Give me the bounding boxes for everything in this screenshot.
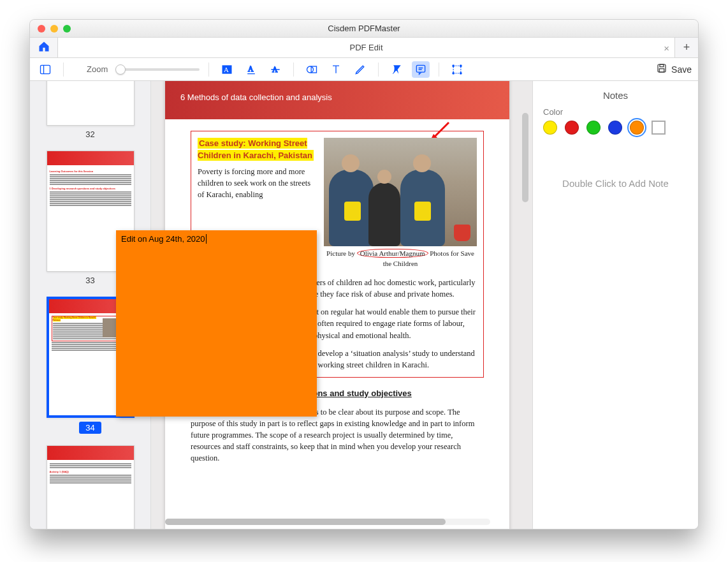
notes-panel-title: Notes xyxy=(533,81,698,107)
svg-rect-12 xyxy=(417,65,425,72)
zoom-slider[interactable] xyxy=(117,68,200,71)
main-area: 32 Learning Outcomes for this Session 1 … xyxy=(30,81,698,529)
shape-tools xyxy=(303,61,369,78)
crop-tool-button[interactable] xyxy=(448,61,466,78)
svg-rect-19 xyxy=(453,66,461,73)
annotation-tools xyxy=(388,61,430,78)
tab-bar: PDF Edit × + xyxy=(30,38,698,58)
sticky-note-tool-button[interactable] xyxy=(412,61,430,78)
toolbar: Zoom A A A xyxy=(30,58,698,81)
zoom-window-button[interactable] xyxy=(63,25,71,33)
app-window: Cisdem PDFMaster PDF Edit × + Zoom A xyxy=(29,19,699,529)
svg-rect-22 xyxy=(659,69,664,72)
text-style-tools: A A A xyxy=(218,61,284,78)
new-tab-button[interactable]: + xyxy=(675,38,698,57)
signature-tool-button[interactable] xyxy=(388,61,405,78)
home-tab[interactable] xyxy=(30,38,58,57)
viewer-horizontal-scrollbar[interactable] xyxy=(165,519,490,525)
thumbnail-page-35[interactable]: Activity 1 (SAQ) 35 xyxy=(30,445,150,529)
page-header: 6 Methods of data collection and analysi… xyxy=(165,81,509,119)
tab-pdf-edit[interactable]: PDF Edit × xyxy=(58,38,675,57)
home-icon xyxy=(38,40,50,55)
pencil-tool-button[interactable] xyxy=(351,61,369,78)
zoom-slider-thumb[interactable] xyxy=(115,64,126,75)
save-button[interactable]: Save xyxy=(656,63,692,76)
titlebar: Cisdem PDFMaster xyxy=(30,20,698,38)
color-swatch-green[interactable] xyxy=(586,121,601,135)
svg-rect-21 xyxy=(660,64,664,67)
sticky-note-popup[interactable]: Edit on Aug 24th, 2020 xyxy=(116,230,317,417)
close-window-button[interactable] xyxy=(38,25,45,33)
svg-line-23 xyxy=(432,122,449,139)
notes-color-label: Color xyxy=(533,107,698,121)
annotation-circle: Olivia Arthur/Magnum xyxy=(357,249,428,258)
color-swatch-yellow[interactable] xyxy=(543,121,557,135)
svg-text:A: A xyxy=(224,66,229,73)
underline-text-button[interactable]: A xyxy=(242,61,260,78)
shape-tool-button[interactable] xyxy=(303,61,321,78)
highlight-text-button[interactable]: A xyxy=(218,61,236,78)
notes-color-picker xyxy=(533,121,698,146)
case-study-title: Case study: Working StreetChildren in Ka… xyxy=(198,138,314,161)
sticky-note-text[interactable]: Edit on Aug 24th, 2020 xyxy=(121,234,207,244)
tab-close-button[interactable]: × xyxy=(664,42,669,53)
color-swatch-blue[interactable] xyxy=(608,121,622,135)
color-swatch-red[interactable] xyxy=(565,121,579,135)
case-study-photo xyxy=(324,138,477,246)
save-label: Save xyxy=(671,64,692,75)
zoom-label: Zoom xyxy=(87,64,108,74)
photo-caption: Picture by Olivia Arthur/Magnum Photos f… xyxy=(324,249,477,269)
strikethrough-text-button[interactable]: A xyxy=(266,61,284,78)
save-icon xyxy=(656,63,667,76)
svg-text:A: A xyxy=(248,65,254,73)
thumbnail-page-32[interactable]: 32 xyxy=(30,81,150,139)
notes-panel: Notes Color Double Click to Add Note xyxy=(532,81,698,529)
case-study-figure: Picture by Olivia Arthur/Magnum Photos f… xyxy=(324,138,477,269)
svg-text:A: A xyxy=(272,66,278,74)
textbox-tool-button[interactable] xyxy=(327,61,345,78)
color-swatch-orange[interactable] xyxy=(630,121,644,135)
color-swatch-custom[interactable] xyxy=(652,121,666,135)
svg-rect-0 xyxy=(41,65,50,73)
window-controls xyxy=(38,25,71,33)
viewer-vertical-scrollbar[interactable] xyxy=(522,113,528,202)
svg-point-8 xyxy=(307,66,314,73)
notes-empty-hint: Double Click to Add Note xyxy=(533,178,698,189)
window-title: Cisdem PDFMaster xyxy=(30,24,698,33)
tab-label: PDF Edit xyxy=(349,43,382,52)
sidebar-toggle-button[interactable] xyxy=(36,61,54,78)
minimize-window-button[interactable] xyxy=(50,25,58,33)
